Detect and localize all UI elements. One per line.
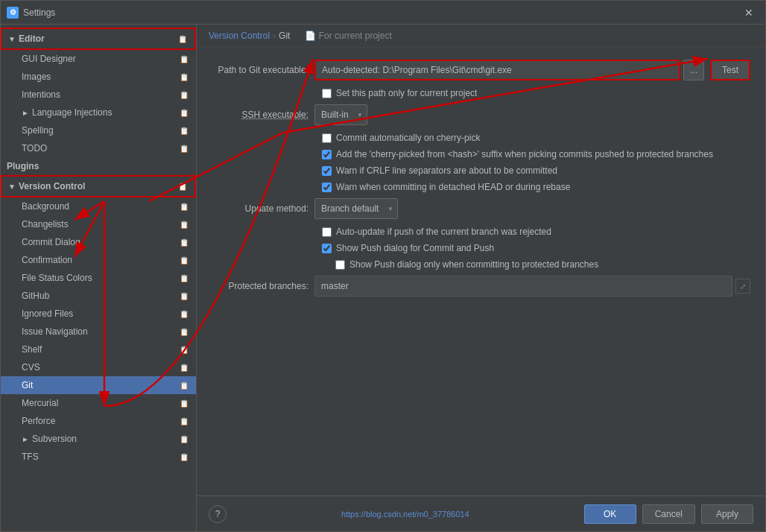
path-input[interactable]: [314, 60, 680, 80]
sidebar-item-images[interactable]: Images 📋: [1, 68, 196, 86]
warn-crlf-label[interactable]: Warn if CRLF line separators are about t…: [336, 165, 557, 176]
sidebar-item-cvs[interactable]: CVS 📋: [1, 358, 196, 376]
sidebar-item-language-injections[interactable]: Language Injections 📋: [1, 104, 196, 121]
add-hash-row: Add the 'cherry-picked from <hash>' suff…: [212, 149, 750, 159]
commit-cherry-pick-row: Commit automatically on cherry-pick: [212, 133, 750, 143]
sidebar-item-label: Confirmation: [22, 255, 72, 265]
project-link-icon: 📄: [305, 31, 316, 41]
ssh-select[interactable]: Built-in Native: [314, 104, 367, 125]
cancel-button[interactable]: Cancel: [642, 504, 695, 524]
breadcrumb-version-control[interactable]: Version Control: [209, 31, 270, 41]
auto-update-label[interactable]: Auto-update if push of the current branc…: [336, 227, 551, 237]
warn-detached-label[interactable]: Warn when committing in detached HEAD or…: [336, 182, 570, 192]
show-push-row: Show Push dialog for Commit and Push: [212, 243, 750, 253]
apply-button[interactable]: Apply: [701, 504, 753, 524]
subversion-triangle: [22, 435, 29, 443]
add-hash-label[interactable]: Add the 'cherry-picked from <hash>' suff…: [336, 149, 713, 159]
project-link[interactable]: 📄 For current project: [305, 31, 391, 41]
path-row: Path to Git executable: ... Test: [212, 60, 750, 80]
window-title: Settings: [23, 7, 738, 18]
protected-input[interactable]: [314, 276, 732, 297]
warn-detached-checkbox[interactable]: [322, 183, 332, 192]
sidebar-item-label: Images: [22, 72, 51, 82]
update-method-select[interactable]: Branch default Merge Rebase: [314, 198, 398, 219]
protected-label: Protected branches:: [212, 281, 308, 291]
help-button[interactable]: ?: [209, 505, 227, 523]
sidebar-item-label: Git: [22, 380, 33, 390]
mercurial-icon: 📋: [178, 397, 190, 409]
sidebar-item-label: Perforce: [22, 416, 55, 426]
ssh-label: SSH executable:: [212, 110, 308, 120]
sidebar-item-ignored-files[interactable]: Ignored Files 📋: [1, 305, 196, 323]
sidebar-editor-header[interactable]: Editor 📋: [1, 28, 196, 50]
warn-crlf-checkbox[interactable]: [322, 166, 332, 176]
breadcrumb-separator: ›: [273, 31, 276, 41]
ignored-files-icon: 📋: [178, 308, 190, 320]
sidebar-item-mercurial[interactable]: Mercurial 📋: [1, 394, 196, 412]
ssh-row: SSH executable: Built-in Native: [212, 104, 750, 125]
sidebar-item-label: TODO: [22, 143, 47, 153]
sidebar-item-tfs[interactable]: TFS 📋: [1, 448, 196, 466]
show-push-checkbox[interactable]: [322, 244, 332, 253]
cvs-icon: 📋: [178, 361, 190, 373]
close-button[interactable]: ✕: [738, 2, 759, 23]
sidebar-version-control-header[interactable]: Version Control 📋: [1, 175, 196, 197]
browse-button[interactable]: ...: [683, 60, 704, 80]
sidebar-item-label: Commit Dialog: [22, 237, 80, 247]
sidebar-plugins-header[interactable]: Plugins: [1, 157, 196, 175]
images-icon: 📋: [178, 71, 190, 83]
file-status-icon: 📋: [178, 272, 190, 284]
sidebar-item-confirmation[interactable]: Confirmation 📋: [1, 251, 196, 269]
path-input-wrapper: ...: [314, 60, 704, 80]
sidebar-item-label: Spelling: [22, 125, 54, 136]
show-push-label[interactable]: Show Push dialog for Commit and Push: [336, 243, 494, 253]
sidebar-item-file-status-colors[interactable]: File Status Colors 📋: [1, 269, 196, 287]
editor-triangle: [8, 35, 16, 43]
sidebar-item-spelling[interactable]: Spelling 📋: [1, 121, 196, 139]
sidebar-item-shelf[interactable]: Shelf 📋: [1, 341, 196, 358]
sidebar-item-gui-designer[interactable]: GUI Designer 📋: [1, 50, 196, 68]
commit-auto-label[interactable]: Commit automatically on cherry-pick: [336, 133, 480, 143]
commit-auto-checkbox[interactable]: [322, 133, 332, 143]
test-button[interactable]: Test: [710, 60, 750, 80]
show-push-protected-label[interactable]: Show Push dialog only when committing to…: [349, 259, 598, 270]
set-path-label[interactable]: Set this path only for current project: [336, 88, 477, 98]
sidebar-item-todo[interactable]: TODO 📋: [1, 139, 196, 157]
sidebar-item-intentions[interactable]: Intentions 📋: [1, 86, 196, 104]
auto-update-row: Auto-update if push of the current branc…: [212, 227, 750, 237]
add-hash-checkbox[interactable]: [322, 150, 332, 159]
sidebar-item-issue-navigation[interactable]: Issue Navigation 📋: [1, 323, 196, 341]
todo-icon: 📋: [178, 142, 190, 154]
sidebar-item-git[interactable]: Git 📋: [1, 376, 196, 394]
tfs-icon: 📋: [178, 451, 190, 463]
sidebar-item-label: Intentions: [22, 89, 60, 100]
github-icon: 📋: [178, 290, 190, 302]
sidebar-vc-label: Version Control: [19, 181, 85, 191]
sidebar-item-label: GitHub: [22, 291, 49, 301]
sidebar-item-perforce[interactable]: Perforce 📋: [1, 412, 196, 430]
update-method-label: Update method:: [212, 203, 308, 214]
vc-icon: 📋: [177, 180, 189, 192]
ok-button[interactable]: OK: [584, 504, 636, 524]
sidebar-item-label: File Status Colors: [22, 273, 92, 283]
sidebar-item-github[interactable]: GitHub 📋: [1, 287, 196, 305]
sidebar-item-commit-dialog[interactable]: Commit Dialog 📋: [1, 233, 196, 251]
sidebar-item-label: Language Injections: [32, 107, 112, 118]
set-path-checkbox[interactable]: [322, 89, 332, 98]
sidebar-item-label: Background: [22, 201, 69, 212]
auto-update-checkbox[interactable]: [322, 227, 332, 237]
changelists-icon: 📋: [178, 218, 190, 230]
protected-expand-button[interactable]: ⤢: [735, 279, 750, 294]
show-push-protected-checkbox[interactable]: [335, 260, 345, 270]
sidebar-editor-label: Editor: [19, 34, 45, 44]
perforce-icon: 📋: [178, 415, 190, 427]
sidebar-item-changelists[interactable]: Changelists 📋: [1, 215, 196, 233]
sidebar-item-subversion[interactable]: Subversion 📋: [1, 430, 196, 448]
breadcrumb: Version Control › Git 📄 For current proj…: [197, 25, 765, 48]
spelling-icon: 📋: [178, 124, 190, 136]
issue-nav-icon: 📋: [178, 326, 190, 338]
sidebar-item-label: Mercurial: [22, 398, 58, 408]
sidebar-item-label: Changelists: [22, 219, 69, 229]
sidebar-item-background[interactable]: Background 📋: [1, 197, 196, 215]
url-text: https://blog.csdn.net/m0_37786014: [341, 510, 469, 519]
